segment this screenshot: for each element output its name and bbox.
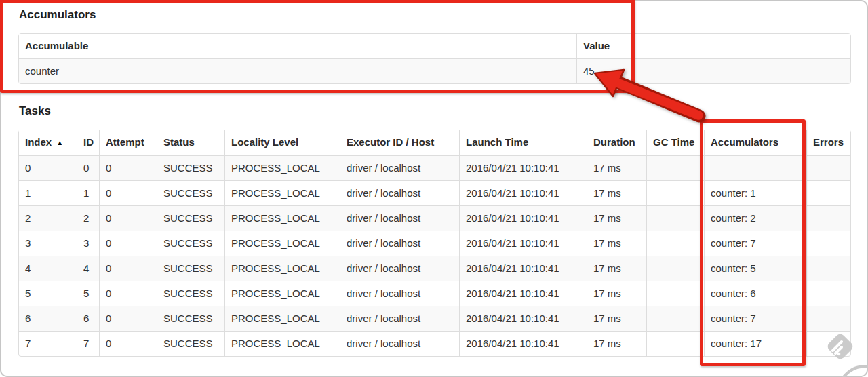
accumulators-section-title: Accumulators: [19, 8, 96, 22]
column-header-locality-level[interactable]: Locality Level: [224, 130, 340, 155]
cell-id: 4: [77, 256, 99, 281]
cell-locality-level: PROCESS_LOCAL: [224, 281, 340, 306]
cell-duration: 17 ms: [587, 231, 646, 256]
cell-attempt: 0: [99, 331, 157, 356]
cell-accumulators: counter: 5: [704, 256, 806, 281]
cell-locality-level: PROCESS_LOCAL: [224, 331, 340, 356]
cell-index: 0: [19, 155, 77, 180]
cell-launch-time: 2016/04/21 10:10:41: [459, 155, 587, 180]
cell-errors: [806, 205, 850, 231]
column-header-index[interactable]: Index▲: [19, 130, 77, 155]
cell-accumulators: counter: 6: [704, 281, 806, 306]
cell-index: 2: [19, 205, 77, 231]
tasks-table: Index▲IDAttemptStatusLocality LevelExecu…: [18, 130, 851, 357]
sort-ascending-icon: ▲: [56, 139, 63, 146]
cell-duration: 17 ms: [587, 155, 646, 180]
cell-executor-id-host: driver / localhost: [340, 331, 459, 356]
cell-status: SUCCESS: [157, 281, 224, 306]
table-row: 660SUCCESSPROCESS_LOCALdriver / localhos…: [19, 306, 850, 331]
cell-duration: 17 ms: [587, 331, 646, 356]
cell-errors: [806, 331, 850, 356]
cell-attempt: 0: [99, 281, 157, 306]
cell-accumulators: counter: 1: [704, 180, 806, 205]
cell-executor-id-host: driver / localhost: [340, 256, 459, 281]
cell-index: 1: [19, 180, 77, 205]
cell-errors: [806, 231, 850, 256]
cell-gc-time: [646, 205, 704, 231]
cell-locality-level: PROCESS_LOCAL: [224, 205, 340, 231]
cell-errors: [806, 256, 850, 281]
table-row: 550SUCCESSPROCESS_LOCALdriver / localhos…: [19, 281, 850, 306]
spark-ui-stage-page: Accumulators AccumulableValue counter45 …: [0, 0, 868, 377]
column-header-launch-time[interactable]: Launch Time: [459, 130, 587, 155]
table-row: 220SUCCESSPROCESS_LOCALdriver / localhos…: [19, 205, 850, 231]
accumulators-header-row: AccumulableValue: [19, 34, 850, 58]
cell-attempt: 0: [99, 205, 157, 231]
column-header-accumulators[interactable]: Accumulators: [704, 130, 806, 155]
column-header-attempt[interactable]: Attempt: [99, 130, 157, 155]
cell-executor-id-host: driver / localhost: [340, 281, 459, 306]
tasks-section-title: Tasks: [19, 104, 51, 118]
cell-accumulators: counter: 17: [704, 331, 806, 356]
cell-status: SUCCESS: [157, 205, 224, 231]
cell-executor-id-host: driver / localhost: [340, 205, 459, 231]
cell-status: SUCCESS: [157, 306, 224, 331]
cell-accumulators: counter: 2: [704, 205, 806, 231]
column-header-status[interactable]: Status: [157, 130, 224, 155]
cell-gc-time: [646, 281, 704, 306]
cell-gc-time: [646, 180, 704, 205]
cell-attempt: 0: [99, 231, 157, 256]
cell-duration: 17 ms: [587, 281, 646, 306]
cell-launch-time: 2016/04/21 10:10:41: [459, 180, 587, 205]
cell-launch-time: 2016/04/21 10:10:41: [459, 281, 587, 306]
cell-index: 4: [19, 256, 77, 281]
table-row: 440SUCCESSPROCESS_LOCALdriver / localhos…: [19, 256, 850, 281]
cell-locality-level: PROCESS_LOCAL: [224, 155, 340, 180]
cell-id: 1: [77, 180, 99, 205]
cell-accumulators: counter: 7: [704, 231, 806, 256]
cell-status: SUCCESS: [157, 155, 224, 180]
cell-locality-level: PROCESS_LOCAL: [224, 231, 340, 256]
watermark-stroke: [843, 366, 868, 377]
cell-launch-time: 2016/04/21 10:10:41: [459, 306, 587, 331]
cell-attempt: 0: [99, 256, 157, 281]
cell-status: SUCCESS: [157, 231, 224, 256]
cell-accumulators: counter: 7: [704, 306, 806, 331]
cell-errors: [806, 306, 850, 331]
cell-accumulable: counter: [19, 58, 576, 83]
cell-index: 3: [19, 231, 77, 256]
cell-locality-level: PROCESS_LOCAL: [224, 306, 340, 331]
column-header-duration[interactable]: Duration: [587, 130, 646, 155]
table-row: 330SUCCESSPROCESS_LOCALdriver / localhos…: [19, 231, 850, 256]
cell-duration: 17 ms: [587, 180, 646, 205]
cell-id: 0: [77, 155, 99, 180]
cell-errors: [806, 281, 850, 306]
cell-executor-id-host: driver / localhost: [340, 231, 459, 256]
cell-attempt: 0: [99, 180, 157, 205]
cell-launch-time: 2016/04/21 10:10:41: [459, 256, 587, 281]
cell-id: 6: [77, 306, 99, 331]
cell-locality-level: PROCESS_LOCAL: [224, 180, 340, 205]
tasks-header-row: Index▲IDAttemptStatusLocality LevelExecu…: [19, 130, 850, 155]
cell-launch-time: 2016/04/21 10:10:41: [459, 331, 587, 356]
column-header-executor-id-host[interactable]: Executor ID / Host: [340, 130, 459, 155]
column-header-accumulable: Accumulable: [19, 34, 576, 58]
cell-accumulators: [704, 155, 806, 180]
accumulators-table: AccumulableValue counter45: [18, 33, 851, 84]
cell-duration: 17 ms: [587, 306, 646, 331]
cell-index: 7: [19, 331, 77, 356]
cell-status: SUCCESS: [157, 256, 224, 281]
cell-id: 2: [77, 205, 99, 231]
cell-errors: [806, 180, 850, 205]
column-header-id[interactable]: ID: [77, 130, 99, 155]
cell-gc-time: [646, 231, 704, 256]
cell-id: 3: [77, 231, 99, 256]
table-row: 110SUCCESSPROCESS_LOCALdriver / localhos…: [19, 180, 850, 205]
cell-duration: 17 ms: [587, 256, 646, 281]
column-header-errors[interactable]: Errors: [806, 130, 850, 155]
column-header-gc-time[interactable]: GC Time: [646, 130, 704, 155]
cell-gc-time: [646, 331, 704, 356]
cell-id: 5: [77, 281, 99, 306]
cell-attempt: 0: [99, 306, 157, 331]
cell-executor-id-host: driver / localhost: [340, 155, 459, 180]
